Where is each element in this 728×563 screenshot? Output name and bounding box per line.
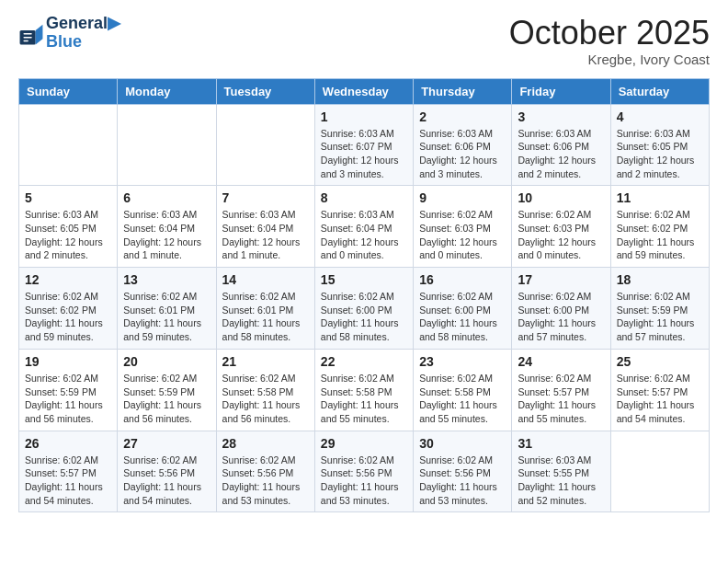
- calendar-cell: 17Sunrise: 6:02 AM Sunset: 6:00 PM Dayli…: [512, 268, 610, 350]
- header-day-tuesday: Tuesday: [216, 78, 314, 104]
- calendar-cell: 15Sunrise: 6:02 AM Sunset: 6:00 PM Dayli…: [314, 268, 413, 350]
- day-info: Sunrise: 6:03 AM Sunset: 6:04 PM Dayligh…: [123, 208, 210, 262]
- day-info: Sunrise: 6:02 AM Sunset: 6:02 PM Dayligh…: [617, 208, 703, 262]
- calendar-cell: 23Sunrise: 6:02 AM Sunset: 5:58 PM Dayli…: [414, 349, 512, 431]
- header-day-saturday: Saturday: [610, 78, 709, 104]
- day-info: Sunrise: 6:02 AM Sunset: 6:02 PM Dayligh…: [25, 290, 111, 344]
- header-day-thursday: Thursday: [414, 78, 512, 104]
- day-number: 29: [321, 436, 407, 451]
- day-number: 15: [321, 272, 407, 287]
- calendar-cell: 13Sunrise: 6:02 AM Sunset: 6:01 PM Dayli…: [118, 268, 216, 350]
- header-day-friday: Friday: [512, 78, 610, 104]
- page: General▶ Blue October 2025 Kregbe, Ivory…: [0, 0, 728, 527]
- day-number: 25: [617, 354, 703, 369]
- day-number: 13: [123, 272, 210, 287]
- day-number: 7: [222, 190, 309, 205]
- day-info: Sunrise: 6:02 AM Sunset: 5:59 PM Dayligh…: [617, 290, 703, 344]
- logo-text: General▶ Blue: [46, 15, 120, 52]
- calendar-cell: 24Sunrise: 6:02 AM Sunset: 5:57 PM Dayli…: [512, 349, 610, 431]
- day-info: Sunrise: 6:03 AM Sunset: 5:55 PM Dayligh…: [518, 454, 604, 508]
- calendar-cell: 20Sunrise: 6:02 AM Sunset: 5:59 PM Dayli…: [118, 349, 216, 431]
- day-info: Sunrise: 6:02 AM Sunset: 6:00 PM Dayligh…: [321, 290, 407, 344]
- day-number: 10: [518, 190, 604, 205]
- day-info: Sunrise: 6:02 AM Sunset: 5:58 PM Dayligh…: [222, 372, 309, 426]
- calendar-cell: [216, 104, 314, 186]
- calendar-cell: 1Sunrise: 6:03 AM Sunset: 6:07 PM Daylig…: [314, 104, 413, 186]
- day-number: 18: [617, 272, 703, 287]
- calendar-table: SundayMondayTuesdayWednesdayThursdayFrid…: [18, 78, 710, 513]
- day-info: Sunrise: 6:03 AM Sunset: 6:05 PM Dayligh…: [617, 127, 703, 181]
- day-info: Sunrise: 6:02 AM Sunset: 6:00 PM Dayligh…: [419, 290, 506, 344]
- svg-rect-2: [23, 33, 31, 35]
- day-number: 9: [419, 190, 506, 205]
- day-number: 17: [518, 272, 604, 287]
- logo: General▶ Blue: [18, 15, 120, 52]
- day-info: Sunrise: 6:02 AM Sunset: 5:57 PM Dayligh…: [518, 372, 604, 426]
- day-info: Sunrise: 6:03 AM Sunset: 6:04 PM Dayligh…: [222, 208, 309, 262]
- calendar-week-3: 12Sunrise: 6:02 AM Sunset: 6:02 PM Dayli…: [19, 268, 710, 350]
- title-block: October 2025 Kregbe, Ivory Coast: [509, 15, 710, 67]
- day-number: 12: [25, 272, 111, 287]
- month-title: October 2025: [509, 15, 710, 52]
- day-info: Sunrise: 6:02 AM Sunset: 5:58 PM Dayligh…: [419, 372, 506, 426]
- calendar-cell: 12Sunrise: 6:02 AM Sunset: 6:02 PM Dayli…: [19, 268, 118, 350]
- day-info: Sunrise: 6:02 AM Sunset: 6:03 PM Dayligh…: [518, 208, 604, 262]
- calendar-week-1: 1Sunrise: 6:03 AM Sunset: 6:07 PM Daylig…: [19, 104, 710, 186]
- day-info: Sunrise: 6:03 AM Sunset: 6:06 PM Dayligh…: [518, 127, 604, 181]
- day-number: 20: [123, 354, 210, 369]
- day-number: 1: [321, 109, 407, 124]
- day-number: 6: [123, 190, 210, 205]
- calendar-cell: 8Sunrise: 6:03 AM Sunset: 6:04 PM Daylig…: [314, 186, 413, 268]
- day-info: Sunrise: 6:02 AM Sunset: 5:56 PM Dayligh…: [222, 454, 309, 508]
- calendar-cell: 9Sunrise: 6:02 AM Sunset: 6:03 PM Daylig…: [414, 186, 512, 268]
- calendar-cell: 28Sunrise: 6:02 AM Sunset: 5:56 PM Dayli…: [216, 431, 314, 512]
- day-info: Sunrise: 6:02 AM Sunset: 5:56 PM Dayligh…: [321, 454, 407, 508]
- svg-marker-1: [36, 24, 43, 44]
- day-number: 3: [518, 109, 604, 124]
- day-number: 21: [222, 354, 309, 369]
- day-number: 8: [321, 190, 407, 205]
- calendar-cell: 11Sunrise: 6:02 AM Sunset: 6:02 PM Dayli…: [610, 186, 709, 268]
- day-number: 27: [123, 436, 210, 451]
- day-info: Sunrise: 6:02 AM Sunset: 5:57 PM Dayligh…: [25, 454, 111, 508]
- calendar-cell: 3Sunrise: 6:03 AM Sunset: 6:06 PM Daylig…: [512, 104, 610, 186]
- day-info: Sunrise: 6:03 AM Sunset: 6:05 PM Dayligh…: [25, 208, 111, 262]
- day-number: 5: [25, 190, 111, 205]
- calendar-cell: 31Sunrise: 6:03 AM Sunset: 5:55 PM Dayli…: [512, 431, 610, 512]
- day-number: 14: [222, 272, 309, 287]
- calendar-cell: 4Sunrise: 6:03 AM Sunset: 6:05 PM Daylig…: [610, 104, 709, 186]
- day-number: 22: [321, 354, 407, 369]
- calendar-cell: 2Sunrise: 6:03 AM Sunset: 6:06 PM Daylig…: [414, 104, 512, 186]
- day-number: 2: [419, 109, 506, 124]
- header-day-wednesday: Wednesday: [314, 78, 413, 104]
- calendar-cell: [118, 104, 216, 186]
- calendar-cell: 26Sunrise: 6:02 AM Sunset: 5:57 PM Dayli…: [19, 431, 118, 512]
- header-day-monday: Monday: [118, 78, 216, 104]
- day-number: 26: [25, 436, 111, 451]
- day-info: Sunrise: 6:02 AM Sunset: 5:59 PM Dayligh…: [123, 372, 210, 426]
- day-number: 31: [518, 436, 604, 451]
- calendar-cell: 22Sunrise: 6:02 AM Sunset: 5:58 PM Dayli…: [314, 349, 413, 431]
- day-info: Sunrise: 6:02 AM Sunset: 6:00 PM Dayligh…: [518, 290, 604, 344]
- calendar-cell: 7Sunrise: 6:03 AM Sunset: 6:04 PM Daylig…: [216, 186, 314, 268]
- svg-rect-4: [23, 40, 28, 42]
- calendar-cell: [610, 431, 709, 512]
- day-number: 28: [222, 436, 309, 451]
- calendar-cell: 19Sunrise: 6:02 AM Sunset: 5:59 PM Dayli…: [19, 349, 118, 431]
- day-info: Sunrise: 6:03 AM Sunset: 6:04 PM Dayligh…: [321, 208, 407, 262]
- day-number: 4: [617, 109, 703, 124]
- day-info: Sunrise: 6:02 AM Sunset: 5:56 PM Dayligh…: [419, 454, 506, 508]
- calendar-cell: 5Sunrise: 6:03 AM Sunset: 6:05 PM Daylig…: [19, 186, 118, 268]
- day-info: Sunrise: 6:03 AM Sunset: 6:07 PM Dayligh…: [321, 127, 407, 181]
- day-number: 30: [419, 436, 506, 451]
- logo-icon: [18, 20, 44, 46]
- day-info: Sunrise: 6:02 AM Sunset: 6:03 PM Dayligh…: [419, 208, 506, 262]
- day-info: Sunrise: 6:03 AM Sunset: 6:06 PM Dayligh…: [419, 127, 506, 181]
- calendar-cell: [19, 104, 118, 186]
- location-subtitle: Kregbe, Ivory Coast: [509, 52, 710, 67]
- calendar-header-row: SundayMondayTuesdayWednesdayThursdayFrid…: [19, 78, 710, 104]
- calendar-cell: 30Sunrise: 6:02 AM Sunset: 5:56 PM Dayli…: [414, 431, 512, 512]
- day-info: Sunrise: 6:02 AM Sunset: 6:01 PM Dayligh…: [123, 290, 210, 344]
- calendar-cell: 14Sunrise: 6:02 AM Sunset: 6:01 PM Dayli…: [216, 268, 314, 350]
- calendar-cell: 10Sunrise: 6:02 AM Sunset: 6:03 PM Dayli…: [512, 186, 610, 268]
